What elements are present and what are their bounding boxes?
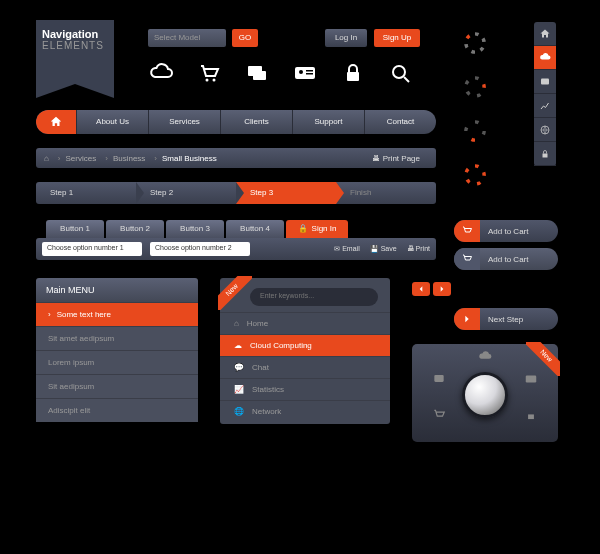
chat-icon: 💬 — [234, 363, 244, 372]
dial-knob[interactable] — [462, 372, 508, 418]
chevron-right-icon: › — [48, 310, 51, 319]
nav-home[interactable] — [36, 110, 76, 134]
add-to-cart-button[interactable]: Add to Cart — [454, 220, 558, 242]
model-select[interactable]: Select Model — [148, 29, 226, 47]
signup-button[interactable]: Sign Up — [374, 29, 420, 47]
nav-clients[interactable]: Clients — [220, 110, 292, 134]
svg-rect-15 — [528, 414, 534, 419]
title-ribbon: Navigation ELEMENTS — [36, 20, 114, 84]
lock-icon[interactable] — [340, 62, 366, 88]
panel-item-chat[interactable]: 💬Chat — [220, 356, 390, 378]
snav-home[interactable] — [534, 22, 556, 46]
cloud-icon: ☁ — [234, 341, 242, 350]
spinner-icon — [462, 30, 488, 56]
tab-signin[interactable]: 🔒Sign In — [286, 220, 348, 238]
spinner-icon — [462, 118, 488, 144]
chevron-right-icon — [454, 308, 480, 330]
tab-row: Button 1 Button 2 Button 3 Button 4 🔒Sig… — [46, 220, 348, 238]
pager — [412, 282, 451, 296]
panel-item-home[interactable]: ⌂Home — [220, 312, 390, 334]
nav-services[interactable]: Services — [148, 110, 220, 134]
lock-icon: 🔒 — [298, 220, 308, 238]
nav-about[interactable]: About Us — [76, 110, 148, 134]
snav-chat[interactable] — [534, 70, 556, 94]
crumb-2[interactable]: Business — [113, 154, 145, 163]
spinner-icon — [462, 162, 488, 188]
svg-point-9 — [393, 66, 405, 78]
cart-icon — [454, 248, 480, 270]
snav-cloud[interactable] — [534, 46, 556, 70]
id-icon — [524, 372, 538, 386]
svg-rect-14 — [526, 376, 537, 383]
option-bar: Choose option number 1 Choose option num… — [36, 238, 436, 260]
tab-3[interactable]: Button 3 — [166, 220, 224, 238]
knob-panel — [412, 344, 558, 442]
svg-point-1 — [213, 79, 216, 82]
tab-4[interactable]: Button 4 — [226, 220, 284, 238]
crumb-1[interactable]: Services — [66, 154, 97, 163]
svg-rect-10 — [541, 78, 549, 84]
svg-rect-13 — [434, 375, 443, 382]
svg-rect-12 — [543, 153, 548, 157]
email-link[interactable]: ✉ Email — [334, 245, 359, 253]
svg-rect-8 — [347, 72, 359, 81]
svg-rect-6 — [306, 70, 313, 72]
menu-item-active[interactable]: ›Some text here — [36, 302, 198, 326]
svg-point-5 — [299, 70, 303, 74]
cloud-icon[interactable] — [148, 62, 174, 88]
cart-icon[interactable] — [196, 62, 222, 88]
dropdown-1[interactable]: Choose option number 1 — [42, 242, 142, 256]
login-button[interactable]: Log In — [325, 29, 367, 47]
svg-rect-7 — [306, 73, 313, 75]
side-nav — [534, 22, 556, 166]
ribbon-subtitle: ELEMENTS — [42, 40, 108, 51]
panel-item-network[interactable]: 🌐Network — [220, 400, 390, 422]
globe-icon: 🌐 — [234, 407, 244, 416]
menu-item[interactable]: Sit aedipsum — [36, 374, 198, 398]
new-ribbon — [526, 342, 560, 376]
next-button[interactable] — [433, 282, 451, 296]
nav-support[interactable]: Support — [292, 110, 364, 134]
next-step-button[interactable]: Next Step — [454, 308, 558, 330]
id-card-icon[interactable] — [292, 62, 318, 88]
home-icon: ⌂ — [234, 319, 239, 328]
go-button[interactable]: GO — [232, 29, 258, 47]
snav-lock[interactable] — [534, 142, 556, 166]
cart-icon — [454, 220, 480, 242]
new-ribbon — [218, 276, 252, 310]
step-1[interactable]: Step 1 — [36, 182, 136, 204]
panel-item-stats[interactable]: 📈Statistics — [220, 378, 390, 400]
menu-item[interactable]: Sit amet aedipsum — [36, 326, 198, 350]
save-link[interactable]: 💾 Save — [370, 245, 397, 253]
step-3[interactable]: Step 3 — [236, 182, 336, 204]
dropdown-2[interactable]: Choose option number 2 — [150, 242, 250, 256]
main-menu: Main MENU ›Some text here Sit amet aedip… — [36, 278, 198, 422]
snav-globe[interactable] — [534, 118, 556, 142]
crumb-current: Small Business — [162, 154, 217, 163]
add-to-cart-button-alt[interactable]: Add to Cart — [454, 248, 558, 270]
panel-item-cloud[interactable]: ☁Cloud Computing — [220, 334, 390, 356]
snav-chart[interactable] — [534, 94, 556, 118]
search-input[interactable]: Enter keywords... — [250, 288, 378, 306]
nav-contact[interactable]: Contact — [364, 110, 436, 134]
search-icon[interactable] — [388, 62, 414, 88]
svg-rect-3 — [253, 71, 266, 80]
prev-button[interactable] — [412, 282, 430, 296]
cloud-icon — [478, 350, 492, 364]
tab-2[interactable]: Button 2 — [106, 220, 164, 238]
menu-header: Main MENU — [36, 278, 198, 302]
home-icon[interactable]: ⌂ — [44, 154, 49, 163]
ribbon-title: Navigation — [42, 28, 108, 40]
print-page-link[interactable]: 🖶 Print Page — [372, 154, 424, 163]
menu-item[interactable]: Lorem ipsum — [36, 350, 198, 374]
step-finish[interactable]: Finish — [336, 182, 436, 204]
menu-item[interactable]: Adiscipit elit — [36, 398, 198, 422]
chat-icon — [432, 372, 446, 386]
main-nav: About Us Services Clients Support Contac… — [36, 110, 436, 134]
print-link[interactable]: 🖶 Print — [407, 245, 430, 253]
chat-icon[interactable] — [244, 62, 270, 88]
tab-1[interactable]: Button 1 — [46, 220, 104, 238]
breadcrumb: ⌂› Services› Business› Small Business 🖶 … — [36, 148, 436, 168]
lock-icon — [524, 408, 538, 422]
step-2[interactable]: Step 2 — [136, 182, 236, 204]
